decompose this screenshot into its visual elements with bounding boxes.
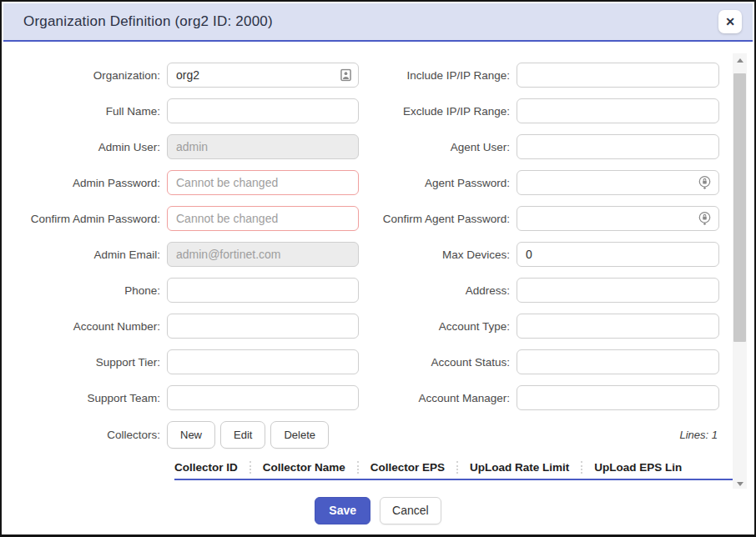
support-tier-label: Support Tier: bbox=[3, 356, 167, 369]
lines-count-label: Lines: 1 bbox=[679, 429, 718, 441]
field-wrap-support-team bbox=[167, 385, 359, 410]
column-separator bbox=[581, 461, 582, 474]
field-wrap-address bbox=[517, 278, 719, 303]
close-button[interactable]: ✕ bbox=[718, 10, 742, 33]
field-confirm-agent-password[interactable] bbox=[517, 206, 719, 231]
column-header-collector-eps[interactable]: Collector EPS bbox=[370, 461, 445, 474]
field-admin-user bbox=[167, 134, 359, 159]
include-ip-ip-range-label: Include IP/IP Range: bbox=[359, 69, 517, 82]
cancel-button[interactable]: Cancel bbox=[380, 497, 441, 524]
column-separator bbox=[456, 461, 458, 474]
form-row: Admin User:Agent User: bbox=[3, 134, 753, 159]
agent-user-label: Agent User: bbox=[359, 141, 517, 153]
admin-email-label: Admin Email: bbox=[3, 248, 167, 261]
field-include-ip-ip-range[interactable] bbox=[517, 63, 719, 88]
field-wrap-phone bbox=[167, 278, 359, 303]
scrollbar-up-button[interactable] bbox=[733, 53, 747, 67]
collectors-label: Collectors: bbox=[3, 429, 167, 441]
field-wrap-confirm-agent-password bbox=[517, 206, 719, 231]
password-reveal-icon[interactable] bbox=[698, 211, 712, 226]
support-team-label: Support Team: bbox=[3, 392, 167, 404]
confirm-admin-password-label: Confirm Admin Password: bbox=[3, 213, 167, 225]
field-wrap-agent-password bbox=[517, 170, 719, 195]
field-wrap-support-tier bbox=[167, 349, 359, 374]
delete-collector-button[interactable]: Delete bbox=[270, 421, 329, 449]
column-header-collector-name[interactable]: Collector Name bbox=[263, 461, 345, 474]
field-admin-password[interactable] bbox=[167, 170, 359, 195]
confirm-agent-password-label: Confirm Agent Password: bbox=[359, 213, 517, 225]
form-row: Full Name:Exclude IP/IP Range: bbox=[3, 98, 753, 123]
new-collector-button[interactable]: New bbox=[167, 421, 215, 449]
collectors-row: Collectors: NewEditDelete Lines: 1 bbox=[3, 421, 753, 449]
column-header-upload-eps-lin[interactable]: UpLoad EPS Lin bbox=[594, 461, 682, 474]
field-wrap-organization bbox=[167, 63, 359, 88]
arrow-down-icon bbox=[737, 482, 743, 486]
field-account-status[interactable] bbox=[517, 349, 719, 374]
column-separator bbox=[357, 461, 359, 474]
form-row: Support Tier:Account Status: bbox=[3, 349, 753, 374]
form-row: Account Number:Account Type: bbox=[3, 314, 753, 339]
field-account-type[interactable] bbox=[517, 314, 719, 339]
field-phone[interactable] bbox=[167, 278, 359, 303]
account-manager-label: Account Manager: bbox=[359, 392, 517, 404]
max-devices-label: Max Devices: bbox=[359, 248, 517, 261]
field-wrap-account-number bbox=[167, 314, 359, 339]
organization-definition-dialog: Organization Definition (org2 ID: 2000) … bbox=[0, 0, 756, 537]
organization-form: Organization:Include IP/IP Range:Full Na… bbox=[3, 45, 753, 410]
full-name-label: Full Name: bbox=[3, 105, 167, 118]
field-wrap-confirm-admin-password bbox=[167, 206, 359, 231]
field-wrap-admin-password bbox=[167, 170, 359, 195]
dialog-footer: Save Cancel bbox=[3, 489, 753, 532]
edit-collector-button[interactable]: Edit bbox=[220, 421, 265, 449]
field-organization[interactable] bbox=[167, 63, 359, 88]
agent-password-label: Agent Password: bbox=[359, 177, 517, 189]
save-button[interactable]: Save bbox=[315, 497, 370, 524]
password-reveal-icon[interactable] bbox=[698, 175, 712, 190]
arrow-up-icon bbox=[737, 58, 743, 63]
field-wrap-account-type bbox=[517, 314, 719, 339]
vertical-scrollbar[interactable] bbox=[733, 53, 747, 490]
form-row: Phone:Address: bbox=[3, 278, 753, 303]
field-admin-email bbox=[167, 242, 359, 267]
organization-label: Organization: bbox=[3, 69, 167, 82]
field-wrap-agent-user bbox=[517, 134, 719, 159]
field-wrap-account-manager bbox=[517, 385, 719, 410]
collector-table-header: Collector IDCollector NameCollector EPSU… bbox=[174, 455, 753, 479]
form-row: Admin Email:Max Devices: bbox=[3, 242, 753, 267]
field-wrap-max-devices bbox=[517, 242, 719, 267]
field-wrap-admin-user bbox=[167, 134, 359, 159]
field-wrap-account-status bbox=[517, 349, 719, 374]
form-row: Organization:Include IP/IP Range: bbox=[3, 63, 753, 88]
field-wrap-admin-email bbox=[167, 242, 359, 267]
field-account-manager[interactable] bbox=[517, 385, 719, 410]
field-full-name[interactable] bbox=[167, 98, 359, 123]
account-number-label: Account Number: bbox=[3, 320, 167, 333]
field-support-tier[interactable] bbox=[167, 349, 359, 374]
form-row: Confirm Admin Password:Confirm Agent Pas… bbox=[3, 206, 753, 231]
form-row: Support Team:Account Manager: bbox=[3, 385, 753, 410]
phone-label: Phone: bbox=[3, 284, 167, 297]
column-header-collector-id[interactable]: Collector ID bbox=[174, 461, 238, 474]
table-header-underline bbox=[174, 479, 736, 480]
account-status-label: Account Status: bbox=[359, 356, 517, 369]
collectors-toolbar: NewEditDelete bbox=[167, 421, 334, 449]
dialog-body: Organization:Include IP/IP Range:Full Na… bbox=[3, 45, 753, 488]
field-confirm-admin-password[interactable] bbox=[167, 206, 359, 231]
account-type-label: Account Type: bbox=[359, 320, 517, 333]
field-support-team[interactable] bbox=[167, 385, 359, 410]
field-wrap-include-ip-ip-range bbox=[517, 63, 719, 88]
field-exclude-ip-ip-range[interactable] bbox=[517, 98, 719, 123]
field-wrap-full-name bbox=[167, 98, 359, 123]
dialog-titlebar: Organization Definition (org2 ID: 2000) … bbox=[3, 3, 753, 42]
admin-password-label: Admin Password: bbox=[3, 177, 167, 189]
scrollbar-thumb[interactable] bbox=[733, 73, 746, 342]
field-account-number[interactable] bbox=[167, 314, 359, 339]
field-agent-user[interactable] bbox=[517, 134, 719, 159]
column-separator bbox=[249, 461, 251, 474]
field-address[interactable] bbox=[517, 278, 719, 303]
field-agent-password[interactable] bbox=[517, 170, 719, 195]
autofill-contact-icon bbox=[340, 69, 351, 82]
column-header-upload-rate-limit[interactable]: UpLoad Rate Limit bbox=[470, 461, 569, 474]
field-max-devices[interactable] bbox=[517, 242, 719, 267]
address-label: Address: bbox=[359, 284, 517, 297]
